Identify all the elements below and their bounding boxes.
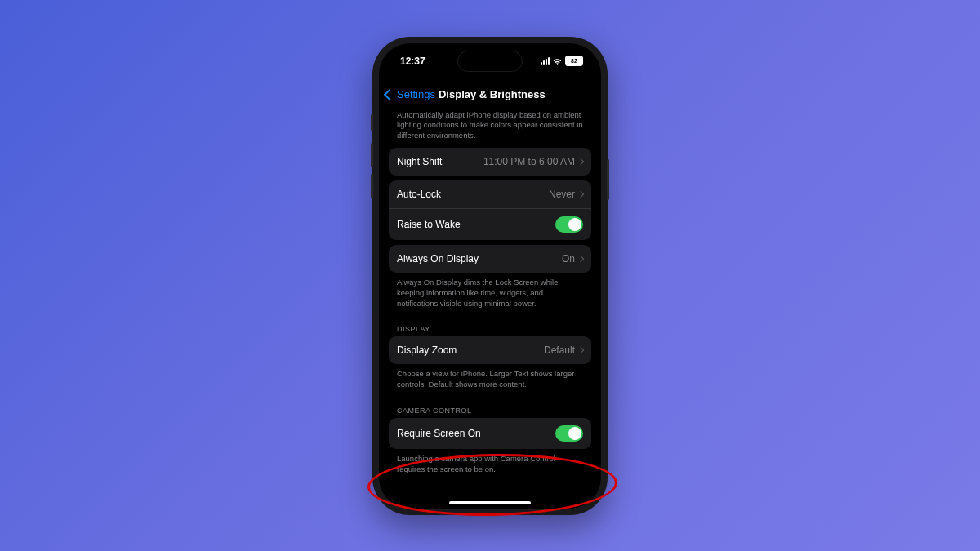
signal-icon	[541, 57, 550, 65]
clock: 12:37	[400, 56, 425, 67]
nightshift-label: Night Shift	[397, 156, 442, 167]
zoom-value: Default	[544, 344, 583, 356]
chevron-right-icon	[577, 347, 584, 353]
chevron-left-icon	[384, 88, 395, 100]
autolock-value: Never	[549, 189, 583, 200]
zoom-label: Display Zoom	[397, 344, 457, 356]
truetone-description: Automatically adapt iPhone display based…	[389, 110, 591, 148]
require-label: Require Screen On	[397, 428, 481, 439]
zoom-group: Display Zoom Default	[389, 336, 591, 364]
chevron-right-icon	[577, 256, 584, 262]
autolock-row[interactable]: Auto-Lock Never	[389, 180, 591, 208]
settings-content[interactable]: Automatically adapt iPhone display based…	[379, 110, 601, 509]
raise-toggle[interactable]	[555, 216, 583, 233]
home-indicator[interactable]	[449, 501, 531, 504]
zoom-row[interactable]: Display Zoom Default	[389, 336, 591, 364]
autolock-label: Auto-Lock	[397, 189, 441, 200]
nightshift-value: 11:00 PM to 6:00 AM	[483, 156, 583, 167]
mute-switch	[371, 114, 373, 131]
iphone-frame: 12:37 82 Settings Display & Brightness	[372, 37, 608, 515]
chevron-right-icon	[577, 158, 584, 165]
wifi-icon	[552, 57, 563, 65]
require-description: Launching a camera app with Camera Contr…	[389, 454, 591, 482]
volume-up	[371, 143, 373, 167]
zoom-description: Choose a view for iPhone. Larger Text sh…	[389, 369, 591, 397]
require-toggle[interactable]	[555, 425, 583, 442]
raise-label: Raise to Wake	[397, 219, 461, 230]
dynamic-island	[457, 51, 523, 72]
back-button[interactable]: Settings	[385, 88, 435, 100]
battery-icon: 82	[565, 56, 583, 66]
aod-group: Always On Display On	[389, 245, 591, 273]
raise-to-wake-row[interactable]: Raise to Wake	[389, 208, 591, 240]
back-label: Settings	[397, 88, 435, 100]
status-right: 82	[541, 56, 583, 66]
require-screen-row[interactable]: Require Screen On	[389, 418, 591, 449]
screen: 12:37 82 Settings Display & Brightness	[379, 43, 601, 509]
display-section-header: DISPLAY	[389, 315, 591, 336]
nightshift-row[interactable]: Night Shift 11:00 PM to 6:00 AM	[389, 148, 591, 176]
aod-label: Always On Display	[397, 253, 479, 264]
volume-down	[371, 174, 373, 198]
nav-bar: Settings Display & Brightness	[379, 79, 601, 110]
page-title: Display & Brightness	[439, 88, 546, 100]
chevron-right-icon	[577, 191, 584, 198]
nightshift-group: Night Shift 11:00 PM to 6:00 AM	[389, 148, 591, 176]
aod-description: Always On Display dims the Lock Screen w…	[389, 278, 591, 315]
aod-value: On	[562, 253, 583, 264]
aod-row[interactable]: Always On Display On	[389, 245, 591, 273]
lock-group: Auto-Lock Never Raise to Wake	[389, 180, 591, 240]
camera-section-header: CAMERA CONTROL	[389, 397, 591, 418]
power-button	[607, 159, 609, 200]
camera-group: Require Screen On	[389, 418, 591, 449]
